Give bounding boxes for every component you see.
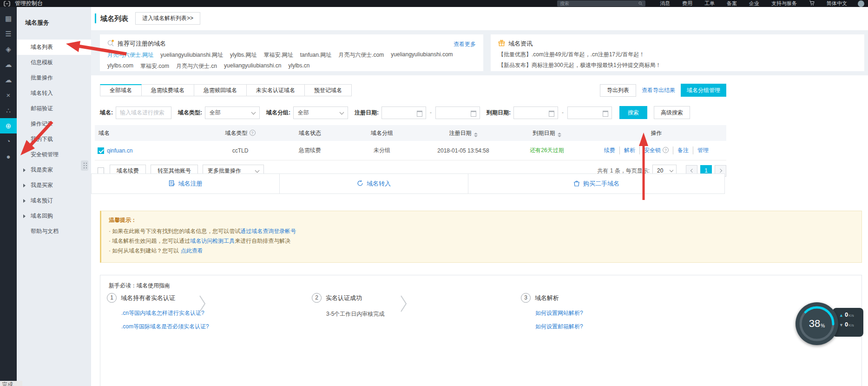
- guide-link[interactable]: .com等国际域名是否必须实名认证?: [121, 323, 209, 331]
- sidebar-item-email-verify[interactable]: 邮箱验证: [17, 101, 91, 116]
- cross-tools-icon[interactable]: ×: [0, 87, 17, 103]
- guide-link[interactable]: 如何设置邮箱解析?: [535, 323, 583, 331]
- menu-messages[interactable]: 消息: [654, 0, 676, 7]
- language-switcher[interactable]: 简体中文: [821, 0, 853, 7]
- export-list-button[interactable]: 导出列表: [600, 84, 636, 97]
- tips-box: 温馨提示： · 如果在此账号下没有找到您的域名信息，您可以尝试通过域名查询登录帐…: [100, 211, 862, 263]
- tab-renew-urgent[interactable]: 急需续费域名: [142, 84, 194, 96]
- reg-date-end-input[interactable]: [435, 106, 480, 119]
- tab-unverified[interactable]: 未实名认证域名: [247, 84, 305, 96]
- domain-search-input[interactable]: [116, 106, 171, 119]
- dns-resolve-link[interactable]: 解析: [619, 146, 635, 154]
- domain-suggestion[interactable]: yueliangyuliubianshi.com: [391, 51, 453, 59]
- reg-date-start-input[interactable]: [381, 106, 426, 119]
- domain-suggestion[interactable]: ylylbs.com: [107, 62, 133, 70]
- domain-suggestion[interactable]: 月亮与六便士.cn: [176, 62, 217, 70]
- globe-domain-icon[interactable]: ⊕: [0, 118, 17, 133]
- browser-status-text: 完成: [0, 381, 22, 386]
- sidebar-item-buyer[interactable]: 我是买家: [17, 178, 91, 193]
- sidebar-item-transfer-in[interactable]: 域名转入: [17, 86, 91, 101]
- domain-suggestion[interactable]: 覃福安.网址: [263, 51, 293, 59]
- row-checkbox[interactable]: [98, 147, 104, 154]
- menu-billing[interactable]: 费用: [676, 0, 698, 7]
- col-expire-date[interactable]: 到期日期: [507, 125, 586, 141]
- query-login-account-link[interactable]: 通过域名查询登录帐号: [240, 228, 296, 234]
- security-shield-icon[interactable]: ◈: [0, 41, 17, 57]
- topbar-search-input[interactable]: [560, 1, 638, 6]
- click-to-view-link[interactable]: 点此查看: [181, 247, 203, 254]
- sidebar-item-batch-ops[interactable]: 批量操作: [17, 70, 91, 86]
- menu-tickets[interactable]: 工单: [698, 0, 721, 7]
- search-icon[interactable]: [638, 1, 643, 7]
- tab-redeem-urgent[interactable]: 急需赎回域名: [194, 84, 247, 96]
- expire-date-start-input[interactable]: [513, 106, 558, 119]
- remark-link[interactable]: 备注: [673, 146, 689, 154]
- security-lock-link[interactable]: 安全锁?: [639, 146, 669, 154]
- news-title: 域名资讯: [508, 40, 533, 48]
- group-manage-button[interactable]: 域名分组管理: [681, 84, 726, 97]
- filter-row: 域名: 域名类型: 全部 域名分组: 全部 注册日期: - 到期日期: - 搜索…: [100, 106, 690, 119]
- domain-suggestion[interactable]: yueliangyuliubianshi.网址: [160, 51, 223, 59]
- cloud-storage-icon[interactable]: ☁: [0, 72, 17, 87]
- cart-icon[interactable]: [803, 0, 821, 7]
- menu-enterprise[interactable]: 企业: [743, 0, 765, 7]
- sidebar-item-my-downloads[interactable]: 我的下载: [17, 132, 91, 147]
- sidebar-item-pre-order[interactable]: 域名预订: [17, 193, 91, 208]
- gauge-percent: 38%: [796, 302, 838, 345]
- enter-dns-list-button[interactable]: 进入域名解析列表>>: [135, 12, 200, 25]
- sidebar-item-info-template[interactable]: 信息模板: [17, 55, 91, 70]
- domain-link[interactable]: qinfuan.cn: [107, 147, 132, 154]
- renew-link[interactable]: 续费: [604, 146, 615, 154]
- topbar-search[interactable]: [557, 0, 645, 7]
- sidebar-item-op-records[interactable]: 操作记录: [17, 116, 91, 132]
- group-select[interactable]: 全部: [293, 106, 348, 119]
- view-more-link[interactable]: 查看更多: [454, 40, 476, 48]
- guide-link[interactable]: .cn等国内域名怎样进行实名认证?: [121, 309, 209, 317]
- aliyun-logo-icon[interactable]: [4, 1, 10, 7]
- domain-suggestion[interactable]: tanfuan.网址: [300, 51, 331, 59]
- help-icon[interactable]: ?: [663, 147, 669, 153]
- sidebar-item-seller[interactable]: 我是卖家: [17, 162, 91, 178]
- menu-icp-filing[interactable]: 备案: [721, 0, 743, 7]
- apps-grid-icon[interactable]: ▦: [0, 11, 17, 26]
- guide-link[interactable]: 如何设置网站解析?: [535, 309, 583, 317]
- col-reg-date[interactable]: 注册日期: [419, 125, 507, 141]
- domain-register-promo[interactable]: 域名注册: [92, 174, 279, 193]
- history-clock-icon[interactable]: ◔: [0, 133, 17, 149]
- buy-secondhand-promo[interactable]: 购买二手域名: [468, 174, 724, 193]
- product-list-icon[interactable]: ☰: [0, 26, 17, 41]
- sidebar-collapse-handle[interactable]: [81, 160, 88, 171]
- expire-date-end-input[interactable]: [567, 106, 612, 119]
- help-icon[interactable]: ?: [250, 130, 256, 136]
- sidebar-item-buyback[interactable]: 域名回购: [17, 208, 91, 224]
- step-number-badge: 1: [107, 293, 117, 303]
- manage-link[interactable]: 管理: [693, 146, 709, 154]
- cloud-icon[interactable]: ☁: [0, 57, 17, 72]
- domain-console-page: { "topbar": { "console_title": "管理控制台", …: [0, 0, 868, 386]
- sort-icon[interactable]: [474, 133, 478, 137]
- menu-support[interactable]: 支持与服务: [765, 0, 803, 7]
- sidebar-item-domain-list[interactable]: 域名列表: [17, 40, 91, 55]
- select-all-checkbox[interactable]: [98, 167, 104, 174]
- view-export-result-link[interactable]: 查看导出结果: [642, 87, 675, 94]
- domain-transfer-promo[interactable]: 域名转入: [279, 174, 468, 193]
- type-select[interactable]: 全部: [205, 106, 260, 119]
- domain-suggestion[interactable]: 覃福安.com: [140, 62, 169, 70]
- advanced-search-button[interactable]: 高级搜索: [654, 106, 690, 119]
- tab-all-domains[interactable]: 全部域名: [100, 84, 142, 96]
- domain-suggestion[interactable]: 月亮与六便士.网址: [107, 51, 153, 59]
- domain-suggestion[interactable]: 月亮与六便士.com: [338, 51, 384, 59]
- domain-suggestion[interactable]: yueliangyuliubianshi.cn: [224, 62, 281, 70]
- domain-suggestion[interactable]: ylylbs.cn: [288, 62, 309, 70]
- recommend-title: 推荐可注册的域名: [118, 40, 166, 48]
- dns-check-tool-link[interactable]: 域名访问检测工具: [190, 238, 235, 244]
- tab-preregister[interactable]: 预登记域名: [305, 84, 352, 96]
- avatar[interactable]: [858, 0, 864, 7]
- user-circle-icon[interactable]: ●: [0, 149, 17, 164]
- sort-icon[interactable]: [558, 133, 561, 137]
- domain-suggestion[interactable]: ylylbs.网址: [230, 51, 256, 59]
- search-button[interactable]: 搜索: [619, 106, 647, 119]
- share-nodes-icon[interactable]: ∴: [0, 103, 17, 118]
- sidebar-item-help-docs[interactable]: 帮助与文档: [17, 224, 91, 239]
- sidebar-item-security-lock[interactable]: 安全锁管理: [17, 147, 91, 162]
